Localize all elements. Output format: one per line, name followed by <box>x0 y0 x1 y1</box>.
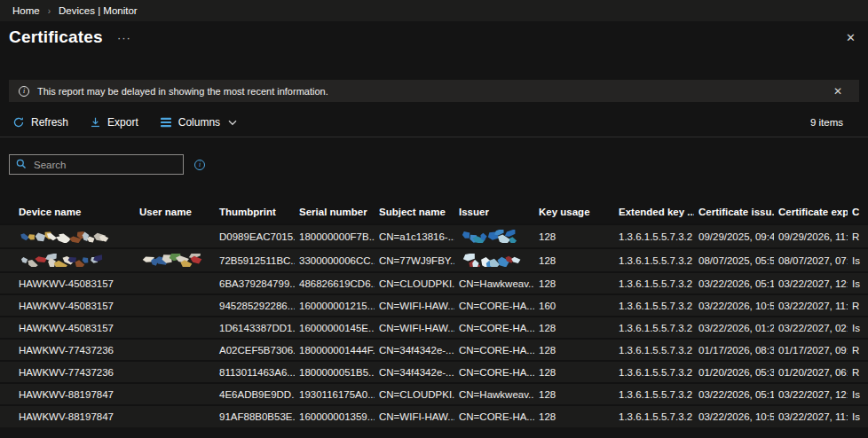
table-row[interactable]: HAWKWV-450831571D6143387DD1...1600000014… <box>0 317 868 339</box>
cell-device <box>0 224 135 248</box>
column-header-status[interactable]: C <box>848 201 868 224</box>
cell-expires: 03/22/2027, 12:00 . <box>774 272 848 294</box>
page-header: Certificates ··· ✕ <box>0 21 868 47</box>
column-header-user[interactable]: User name <box>135 201 215 224</box>
cell-extended_key: 1.3.6.1.5.5.7.3.2 <box>614 361 694 383</box>
cell-issued: 03/22/2026, 01:21 <box>694 317 774 339</box>
cell-status: R <box>848 339 868 361</box>
cell-device: HAWKWV-45083157 <box>0 294 135 317</box>
cell-subject: CN=34f4342e-... <box>375 361 454 383</box>
cell-extended_key: 1.3.6.1.5.5.7.3.2 <box>614 248 694 272</box>
search-info-icon[interactable]: i <box>194 160 205 170</box>
cell-key_usage: 128 <box>534 383 614 405</box>
cell-issuer: CN=CORE-HA... <box>454 317 534 339</box>
breadcrumb-home[interactable]: Home <box>12 5 40 16</box>
column-header-key_usage[interactable]: Key usage <box>534 201 614 224</box>
chevron-down-icon <box>228 120 237 126</box>
items-count: 9 items <box>810 117 843 128</box>
cell-serial: 1930116175A0... <box>295 383 375 405</box>
cell-subject: CN=CLOUDPKI... <box>375 383 454 405</box>
table-row[interactable]: HAWKWV-77437236A02CEF5B7306...1800000014… <box>0 339 868 361</box>
column-header-issued[interactable]: Certificate issu... <box>694 201 774 224</box>
cell-issuer: CN=CORE-HA... <box>454 294 534 317</box>
cell-expires: 08/07/2027, 07:42 <box>774 248 848 272</box>
column-header-issuer[interactable]: Issuer <box>454 201 534 224</box>
cell-user <box>135 272 215 294</box>
breadcrumb-chevron-icon: › <box>48 6 51 16</box>
certificates-table: Device nameUser nameThumbprintSerial num… <box>0 201 868 427</box>
cell-expires: 03/22/2027, 12:00 . <box>774 383 848 405</box>
export-button[interactable]: Export <box>90 116 138 129</box>
cell-user <box>135 317 215 339</box>
cell-subject: CN=CLOUDPKI... <box>375 272 454 294</box>
refresh-button[interactable]: Refresh <box>12 116 68 129</box>
column-header-extended_key[interactable]: Extended key ... <box>614 201 694 224</box>
cell-device: HAWKWV-88197847 <box>0 405 135 427</box>
cell-key_usage: 128 <box>534 272 614 294</box>
cell-serial: 160000001359... <box>295 405 375 427</box>
cell-serial: 16000000145E... <box>295 317 375 339</box>
column-header-subject[interactable]: Subject name <box>375 201 454 224</box>
table-row[interactable]: HAWKWV-450831576BA379284799...486826619C… <box>0 272 868 294</box>
cell-serial: 486826619CD6... <box>295 272 375 294</box>
page-title: Certificates <box>9 27 103 47</box>
cell-thumbprint: 72B5912511BC... <box>215 248 295 272</box>
info-banner: i This report may be delayed in showing … <box>9 80 859 102</box>
cell-device: HAWKWV-45083157 <box>0 272 135 294</box>
cell-serial: 1800000051B5... <box>295 361 375 383</box>
columns-icon <box>160 117 172 128</box>
table-row[interactable]: D0989EAC7015...180000000F7B...CN=a1c1381… <box>0 224 868 248</box>
search-input[interactable] <box>32 159 177 171</box>
columns-button[interactable]: Columns <box>160 116 237 129</box>
cell-issuer <box>454 248 534 272</box>
cell-extended_key: 1.3.6.1.5.5.7.3.2 <box>614 383 694 405</box>
cell-device: HAWKWV-77437236 <box>0 361 135 383</box>
cell-thumbprint: 4E6ADB9E9DD... <box>215 383 295 405</box>
banner-close-icon[interactable]: ✕ <box>833 85 849 98</box>
table-row[interactable]: 72B5912511BC...3300000006CC...CN=77WJ9FB… <box>0 248 868 272</box>
cell-key_usage: 128 <box>534 224 614 248</box>
banner-text: This report may be delayed in showing th… <box>37 86 328 97</box>
cell-extended_key: 1.3.6.1.5.5.7.3.2 <box>614 405 694 427</box>
cell-thumbprint: 6BA379284799... <box>215 272 295 294</box>
breadcrumb-current[interactable]: Devices | Monitor <box>59 5 138 16</box>
cell-issued: 03/22/2026, 05:12 <box>694 272 774 294</box>
more-icon[interactable]: ··· <box>117 31 131 44</box>
info-icon: i <box>19 86 29 97</box>
cell-key_usage: 128 <box>534 339 614 361</box>
column-header-thumbprint[interactable]: Thumbprint <box>215 201 295 224</box>
cell-extended_key: 1.3.6.1.5.5.7.3.2 <box>614 339 694 361</box>
column-header-expires[interactable]: Certificate expi... <box>774 201 848 224</box>
cell-serial: 160000001215... <box>295 294 375 317</box>
cell-user <box>135 361 215 383</box>
cell-issuer: CN=CORE-HA... <box>454 405 534 427</box>
cell-device: HAWKWV-88197847 <box>0 383 135 405</box>
cell-issuer: CN=Hawkweav... <box>454 383 534 405</box>
table-row[interactable]: HAWKWV-881978474E6ADB9E9DD...1930116175A… <box>0 383 868 405</box>
column-header-serial[interactable]: Serial number <box>295 201 375 224</box>
table-row[interactable]: HAWKWV-774372368113011463A6...1800000051… <box>0 361 868 383</box>
cell-serial: 180000001444F... <box>295 339 375 361</box>
cell-extended_key: 1.3.6.1.5.5.7.3.2 <box>614 224 694 248</box>
table-header-row: Device nameUser nameThumbprintSerial num… <box>0 201 868 224</box>
column-header-device[interactable]: Device name <box>0 201 135 224</box>
cell-status: Is <box>848 248 868 272</box>
search-box[interactable] <box>9 154 184 175</box>
refresh-icon <box>12 116 25 129</box>
cell-expires: 09/29/2026, 11:33 <box>774 224 848 248</box>
cell-key_usage: 128 <box>534 405 614 427</box>
cell-device: HAWKWV-77437236 <box>0 339 135 361</box>
cell-subject: CN=a1c13816-... <box>375 224 454 248</box>
table-row[interactable]: HAWKWV-45083157945285292286...1600000012… <box>0 294 868 317</box>
cell-user <box>135 405 215 427</box>
cell-thumbprint: 1D6143387DD1... <box>215 317 295 339</box>
cell-issued: 09/29/2025, 09:43 <box>694 224 774 248</box>
cell-extended_key: 1.3.6.1.5.5.7.3.2 <box>614 317 694 339</box>
cell-status: R <box>848 224 868 248</box>
close-icon[interactable]: ✕ <box>846 31 856 44</box>
cell-thumbprint: 8113011463A6... <box>215 361 295 383</box>
cell-issued: 08/07/2025, 05:52 <box>694 248 774 272</box>
table-row[interactable]: HAWKWV-8819784791AF88B0B53E...1600000013… <box>0 405 868 427</box>
cell-subject: CN=WIFI-HAW... <box>375 405 454 427</box>
redacted-scribble <box>459 254 526 267</box>
